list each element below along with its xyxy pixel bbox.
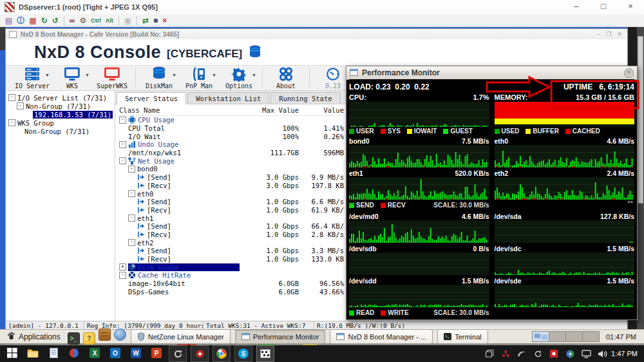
io-server-button[interactable]: IO Server▼: [14, 66, 51, 90]
workspace-switcher[interactable]: [532, 331, 600, 342]
start-button[interactable]: [4, 345, 21, 361]
nxd-minimize-button[interactable]: –: [597, 30, 600, 39]
table-row[interactable]: [Recv]1.0 Gbps61.9 KB/: [115, 206, 346, 214]
vnc-viewer-icon[interactable]: [256, 345, 274, 362]
chrome-icon[interactable]: [213, 345, 231, 362]
expand-toggle[interactable]: -: [8, 119, 15, 126]
vnc-scrollbar-thumb[interactable]: [638, 36, 643, 204]
pnp-man-button[interactable]: PnP Man▼: [180, 66, 218, 90]
table-row[interactable]: [Recv]3.0 Gbps197.8 KB: [115, 182, 346, 190]
table-row[interactable]: -CPU Usage: [115, 116, 346, 124]
remote-config-icon[interactable]: ⚙: [79, 15, 86, 26]
skype-icon[interactable]: S: [234, 345, 252, 362]
expand-toggle[interactable]: -: [8, 94, 15, 101]
tree-item[interactable]: -I/O Server List (7/31): [6, 93, 115, 102]
alt-key-button[interactable]: Alt: [106, 15, 113, 26]
taskbar-window-performance-monitor[interactable]: Performance Monitor: [235, 329, 326, 344]
media-app-icon[interactable]: [66, 345, 82, 361]
ctrl-key-button[interactable]: Ctrl: [91, 15, 101, 26]
table-row[interactable]: -Cache HitRate: [115, 271, 346, 280]
tab-running-state[interactable]: Running State: [270, 92, 340, 104]
connection-info-icon[interactable]: ⓘ: [17, 15, 24, 26]
diskman-button[interactable]: DiskMan▼: [140, 66, 178, 90]
taskbar-window-terminal[interactable]: Terminal: [437, 329, 488, 344]
expand-toggle[interactable]: -: [128, 190, 135, 197]
table-row[interactable]: -eth2: [115, 238, 346, 247]
options-button[interactable]: Options▼: [220, 66, 258, 90]
help-launcher-icon[interactable]: ?: [83, 332, 95, 345]
chevron-down-icon[interactable]: ▼: [45, 73, 50, 77]
table-row[interactable]: -bond0: [115, 165, 346, 173]
file-explorer-icon[interactable]: [24, 345, 41, 361]
terminal-launcher-icon[interactable]: >_: [68, 332, 80, 345]
tree-item[interactable]: 192.168.3.53 (7/31): [6, 110, 115, 119]
table-row[interactable]: [Recv]1.0 Gbps133.0 KB: [115, 255, 346, 263]
tree-item[interactable]: -Non-Group (7/31): [6, 102, 115, 110]
table-row[interactable]: DSps-Games6.0GB43.66%: [115, 287, 346, 296]
linux-clock[interactable]: 01:47 PM: [606, 333, 636, 341]
table-row[interactable]: [Send]1.0 Gbps66.4 KB/: [115, 222, 346, 231]
cabinet-launcher-icon[interactable]: [99, 329, 111, 341]
table-row[interactable]: [Send]1.0 Gbps3.3 MB/s: [115, 247, 346, 255]
tab-workstation-list[interactable]: Workstation List: [187, 92, 269, 104]
table-row[interactable]: I/O Wait100%0.26%: [115, 132, 346, 140]
volume-icon[interactable]: [597, 348, 607, 359]
workspace-4[interactable]: [583, 332, 599, 341]
table-row[interactable]: image-10x64bit6.0GB96.56%: [115, 280, 346, 288]
request-refresh-icon[interactable]: ↻: [41, 15, 48, 26]
browser-launcher-icon[interactable]: [114, 329, 126, 341]
expand-toggle[interactable]: -: [119, 141, 126, 148]
expand-toggle[interactable]: -: [119, 272, 126, 279]
close-connection-icon[interactable]: ×: [162, 15, 167, 26]
powerpoint-icon[interactable]: P: [148, 345, 165, 361]
expand-toggle[interactable]: -: [119, 117, 126, 124]
chevron-down-icon[interactable]: ▼: [252, 73, 256, 77]
fullscreen-icon[interactable]: ▦: [29, 15, 36, 26]
sync-tray-icon[interactable]: [533, 348, 543, 359]
expand-toggle[interactable]: -: [128, 239, 135, 246]
swoosh-icon[interactable]: [516, 348, 527, 359]
table-row[interactable]: +Disk Usage: [115, 263, 346, 271]
table-row[interactable]: -Net Usage: [115, 157, 346, 165]
cluster-icon[interactable]: [500, 348, 511, 359]
swirl-icon[interactable]: [565, 348, 575, 359]
tab-server-status[interactable]: Server Status: [117, 92, 186, 104]
chevron-down-icon[interactable]: ▼: [212, 73, 216, 77]
superwks-button[interactable]: SuperWKS: [93, 66, 131, 90]
table-row[interactable]: [Send]1.0 Gbps6.6 MB/s: [115, 198, 346, 206]
red-app-icon[interactable]: [191, 345, 209, 362]
excel-icon[interactable]: X: [86, 345, 103, 361]
workspace-2[interactable]: [549, 332, 566, 341]
sync-app-icon[interactable]: [169, 345, 187, 362]
maximize-button[interactable]: □: [590, 0, 617, 14]
nxd-restore-button[interactable]: ❐: [606, 30, 611, 39]
expand-toggle[interactable]: +: [119, 263, 126, 271]
recorder-icon[interactable]: [549, 348, 559, 359]
send-refresh-icon[interactable]: ↺: [52, 15, 59, 26]
word-icon[interactable]: W: [128, 345, 144, 361]
tree-item[interactable]: Non-Group (7/31): [6, 127, 115, 135]
nxd-titlebar[interactable]: NxD 8 Boot Manager - Cafe Version [Build…: [6, 29, 627, 40]
save-session-icon[interactable]: ■: [153, 15, 158, 26]
minimize-button[interactable]: –: [563, 0, 590, 14]
perfmon-titlebar[interactable]: Performance Monitor ×: [346, 66, 637, 80]
taskbar-window-nxd-8-boot-manager-[interactable]: NxD 8 Boot Manager - ...: [330, 329, 433, 344]
table-row[interactable]: -eth0: [115, 189, 346, 198]
expand-toggle[interactable]: -: [17, 102, 24, 110]
file-transfer-icon[interactable]: ⇄: [142, 15, 149, 26]
tree-item[interactable]: -WKS Group: [6, 119, 115, 127]
connection-options-icon[interactable]: ▤: [5, 15, 12, 26]
close-button[interactable]: ×: [617, 0, 644, 14]
applications-menu[interactable]: Applications: [3, 330, 64, 343]
table-row[interactable]: CPU Total100%1.41%: [115, 124, 346, 133]
taskbar-window-netzone-linux-manager[interactable]: NetZone Linux Manager: [131, 329, 231, 344]
table-row[interactable]: -Undo Usage: [115, 140, 346, 149]
wks-button[interactable]: WKS▼: [53, 66, 91, 90]
expand-toggle[interactable]: -: [128, 166, 135, 173]
workspace-1[interactable]: [533, 332, 549, 341]
clipboard-icon[interactable]: ▣: [124, 15, 131, 26]
notes-app-icon[interactable]: [45, 345, 62, 361]
table-row[interactable]: -eth1: [115, 214, 346, 222]
workspace-3[interactable]: [566, 332, 583, 341]
expand-toggle[interactable]: -: [119, 157, 126, 164]
